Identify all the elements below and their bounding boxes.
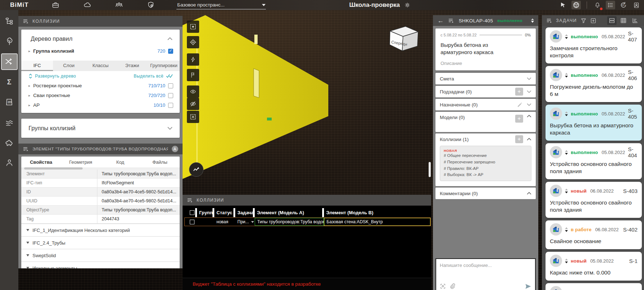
flag-icon[interactable]: [187, 69, 199, 81]
tree-row[interactable]: ▸ Сваи проектные 720/720: [21, 91, 180, 100]
notifications-bell-icon[interactable]: [593, 1, 602, 9]
tree-row[interactable]: ▸ Ростверки проектные 710/710: [21, 81, 180, 91]
priority-sort-icon[interactable]: [565, 73, 568, 78]
tab-classes[interactable]: Классы: [85, 61, 117, 71]
property-group-row[interactable]: IFC_2.4_Трубы: [21, 236, 180, 249]
col-task[interactable]: Задача: [235, 208, 255, 217]
tree-row[interactable]: ▸ АР 10/10: [21, 100, 180, 110]
task-card[interactable]: новый 05.08.2022 S-1 Каркас ниже отм. 0.…: [546, 252, 642, 281]
property-group-row[interactable]: IFC_1_Идентификация Несколько категорий: [21, 224, 180, 236]
scroll-arrows-icon[interactable]: [531, 18, 534, 23]
col-element-a[interactable]: Элемент (Модель A): [255, 208, 324, 217]
cell-task-dropdown[interactable]: При...: [235, 218, 255, 226]
task-card[interactable]: новый 05.08.2022 S-2 Последовательное вы…: [546, 283, 642, 290]
col-status[interactable]: Статус: [214, 208, 235, 217]
admin-shield-icon[interactable]: [146, 1, 155, 9]
priority-sort-icon[interactable]: [565, 111, 568, 116]
tab-layers[interactable]: Слои: [53, 61, 85, 71]
users-icon[interactable]: [114, 1, 124, 9]
expand-arrow-icon[interactable]: ▸: [29, 49, 30, 53]
2d-view-icon[interactable]: 2D: [2, 95, 17, 110]
view-list-icon[interactable]: [607, 16, 617, 25]
cloud-icon[interactable]: [83, 1, 92, 9]
collision-card[interactable]: новая # Общее пересечение # Пересечение …: [440, 146, 531, 181]
history-icon[interactable]: 10: [619, 1, 628, 9]
model-tree-icon[interactable]: [2, 34, 17, 49]
expand-chevron-icon[interactable]: [167, 127, 172, 130]
nav-cube-tool-icon[interactable]: [571, 1, 581, 9]
row-checkbox[interactable]: [168, 103, 173, 108]
account-icon[interactable]: [632, 1, 641, 9]
chevron-up-icon[interactable]: [527, 138, 531, 141]
activity-log-icon[interactable]: [606, 1, 615, 9]
property-group-row[interactable]: SweptSolid: [21, 249, 180, 262]
attach-paperclip-icon[interactable]: [450, 283, 455, 289]
collisions-panel-header[interactable]: КОЛЛИЗИИ: [18, 16, 183, 27]
app-logo[interactable]: BiMiT: [10, 1, 29, 9]
task-description-placeholder[interactable]: Описание: [441, 61, 531, 66]
collapse-chevron-icon[interactable]: [167, 37, 172, 40]
sigma-totals-icon[interactable]: Σ: [2, 74, 17, 89]
collisions-dock-header[interactable]: КОЛЛИЗИИ: [183, 195, 431, 206]
section-models[interactable]: Модели (0) +: [435, 112, 536, 132]
chevron-down-icon[interactable]: [527, 90, 531, 93]
element-panel-header[interactable]: ЭЛЕМЕНТ "ТИПЫ ТРУБОПРОВОДОВ:ТРУБА ВОДОПР…: [18, 144, 183, 154]
3d-scene[interactable]: Спереди: [183, 10, 431, 195]
chevron-down-icon[interactable]: [527, 103, 531, 106]
select-all-checkbox[interactable]: [190, 210, 194, 215]
add-task-icon[interactable]: [590, 18, 596, 24]
section-comments[interactable]: Комментарии (0): [435, 188, 536, 199]
tab-code[interactable]: Код: [101, 157, 140, 167]
priority-sort-icon[interactable]: [565, 150, 568, 155]
root-checkbox[interactable]: [168, 49, 173, 54]
viewport-3d[interactable]: Спереди: [183, 10, 431, 290]
add-subtask-button[interactable]: +: [515, 88, 523, 96]
show-eye-icon[interactable]: [187, 85, 199, 98]
screenshot-icon[interactable]: [440, 283, 446, 289]
expand-arrow-icon[interactable]: ▸: [29, 93, 30, 97]
task-card[interactable]: выполнено 05.08.2022 S-405 Вырубка бетон…: [546, 105, 642, 141]
collision-groups-card[interactable]: Группы коллизий: [21, 119, 180, 138]
profile-icon[interactable]: [2, 155, 17, 170]
tab-geometry[interactable]: Геометрия: [61, 157, 101, 167]
workspace-dropdown[interactable]: Базовое пространс...: [176, 1, 266, 9]
viewport-scrollbar[interactable]: [429, 162, 431, 177]
collision-row[interactable]: новая При... Типы трубопроводов:Труба во…: [185, 218, 430, 226]
chevron-up-icon[interactable]: [527, 192, 531, 195]
tab-ifc[interactable]: IFC: [21, 61, 53, 71]
deselect-box-icon[interactable]: [187, 111, 199, 123]
expand-tree-link[interactable]: Развернуть дерево: [35, 74, 76, 79]
back-arrow-icon[interactable]: ←: [437, 17, 444, 24]
task-card[interactable]: новый 06.08.2022 S-403 Устройство основн…: [546, 182, 642, 218]
add-collision-button[interactable]: +: [515, 135, 523, 143]
task-card[interactable]: выполнено 05.08.2022 S-407 Замечания стр…: [546, 27, 642, 63]
collisions-tool-icon[interactable]: [2, 54, 17, 69]
structure-tree-icon[interactable]: [2, 14, 17, 29]
view-table-icon[interactable]: [619, 16, 628, 25]
message-input[interactable]: Напишите сообщение...: [435, 258, 536, 290]
tab-properties[interactable]: Свойства: [21, 157, 61, 167]
edit-pencil-icon[interactable]: [517, 101, 523, 108]
col-group[interactable]: Группа: [197, 208, 214, 217]
navigation-cube[interactable]: Спереди: [390, 26, 418, 51]
priority-sort-icon[interactable]: [565, 34, 568, 39]
col-element-b[interactable]: Элемент (Модель B): [324, 208, 431, 217]
tree-root-row[interactable]: ▸ Группа коллизий 720: [21, 45, 180, 57]
task-card[interactable]: выполнено 05.08.2022 S-404 Устройство ос…: [546, 143, 642, 179]
settings-gear-icon[interactable]: [404, 2, 411, 8]
tab-floors[interactable]: Этажи: [116, 61, 148, 71]
expand-arrow-icon[interactable]: ▸: [29, 84, 30, 88]
select-all-link[interactable]: Выделить всё: [134, 74, 163, 79]
priority-sort-icon[interactable]: [565, 189, 568, 193]
walkthrough-icon[interactable]: [189, 162, 203, 177]
task-card[interactable]: выполнено 06.08.2022 S-406 Погружение ди…: [546, 66, 642, 102]
cell-element-b[interactable]: Базовая стена:ADSK_Внутр: [324, 218, 430, 226]
view-gantt-icon[interactable]: [630, 16, 640, 25]
select-area-icon[interactable]: [187, 21, 199, 33]
section-estimate[interactable]: Смета: [435, 73, 536, 84]
projects-briefcase-icon[interactable]: [51, 1, 60, 9]
property-group-row[interactable]: Исходные элементы: [21, 262, 180, 268]
charts-icon[interactable]: [2, 115, 17, 130]
add-model-button[interactable]: +: [515, 115, 523, 123]
priority-sort-icon[interactable]: [565, 259, 568, 263]
